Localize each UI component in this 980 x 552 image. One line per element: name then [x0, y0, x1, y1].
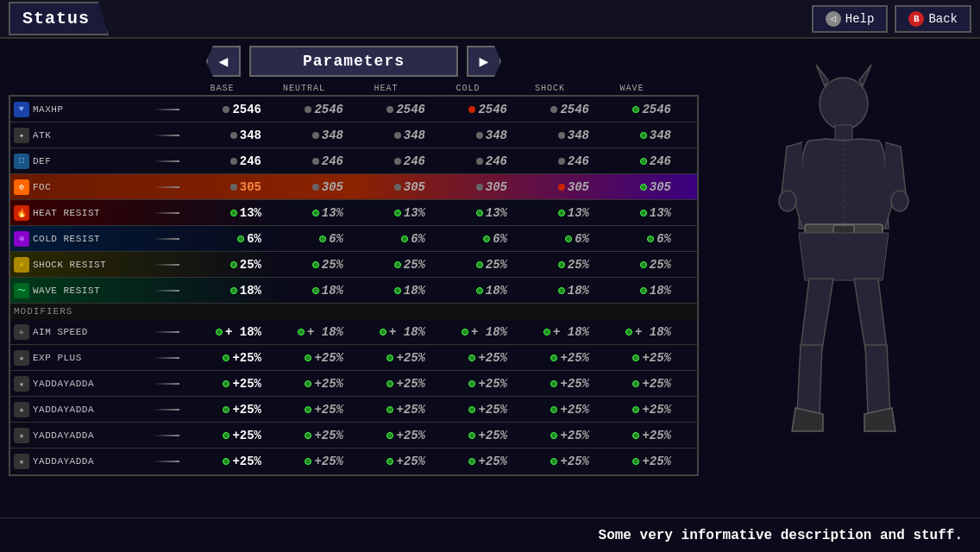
- table-row: ★YADDAYADDA+25%+25%+25%+25%+25%+25%: [10, 371, 697, 397]
- stat-value-cell: 25%: [347, 258, 429, 272]
- stat-value: +25%: [642, 455, 671, 468]
- value-dot: [386, 432, 393, 439]
- wave-resist-icon: 〜: [14, 283, 29, 298]
- stat-value: +25%: [314, 403, 343, 417]
- stat-divider: [154, 435, 179, 436]
- value-dot: [386, 458, 393, 465]
- stat-value-cell: 13%: [511, 206, 593, 220]
- stat-value-cell: 305: [593, 180, 675, 194]
- stat-divider: [154, 264, 179, 266]
- stat-value-cell: +25%: [347, 403, 429, 417]
- table-row: ⊕FOC305305305305305305: [10, 174, 697, 200]
- stat-divider: [154, 409, 179, 411]
- value-dot: [305, 106, 311, 113]
- stat-name-cell: ♥MAXHP: [10, 102, 183, 117]
- yadda4-label: YADDAYADDA: [33, 456, 94, 467]
- value-dot: [223, 406, 229, 413]
- stat-value-cell: 25%: [511, 258, 593, 272]
- heat-resist-label: HEAT RESIST: [33, 208, 100, 218]
- col-cold-header: COLD: [427, 84, 509, 93]
- stat-value: +25%: [478, 351, 507, 365]
- value-dot: [468, 406, 475, 413]
- stat-value: 6%: [247, 232, 261, 246]
- main-content: ◀ Parameters ▶ BASE NEUTRAL HEAT COLD SH…: [0, 39, 980, 552]
- col-name-header: [9, 84, 181, 93]
- stat-value: +25%: [560, 429, 589, 442]
- col-shock-header: SHOCK: [509, 84, 591, 93]
- stat-value-cell: 2546: [429, 103, 511, 116]
- character-area: [749, 47, 939, 461]
- column-headers: BASE NEUTRAL HEAT COLD SHOCK WAVE: [9, 84, 699, 93]
- stat-value-cell: 6%: [429, 232, 511, 246]
- stat-value-cell: 6%: [511, 232, 593, 246]
- value-dot: [550, 380, 557, 387]
- stat-value-cell: 18%: [429, 284, 511, 298]
- stat-value: 25%: [650, 258, 671, 272]
- value-dot: [550, 106, 557, 113]
- stat-value-cell: +25%: [511, 351, 593, 365]
- stat-value-cell: + 18%: [511, 325, 593, 339]
- table-row: ❄COLD RESIST6%6%6%6%6%6%: [10, 226, 697, 252]
- stat-value-cell: +25%: [265, 429, 347, 442]
- value-dot: [401, 235, 408, 242]
- value-dot: [230, 184, 237, 191]
- wave-resist-label: WAVE RESIST: [33, 285, 100, 296]
- stat-value: 18%: [240, 284, 261, 298]
- stat-value-cell: 348: [265, 129, 347, 142]
- value-dot: [468, 354, 475, 361]
- stat-value-cell: +25%: [429, 429, 511, 442]
- stat-value: 2546: [396, 103, 425, 116]
- stat-value: 18%: [650, 284, 671, 298]
- stat-value-cell: 13%: [265, 206, 347, 220]
- stat-value-cell: +25%: [265, 403, 347, 417]
- stat-value-cell: 246: [429, 154, 511, 168]
- next-arrow[interactable]: ▶: [467, 46, 501, 77]
- stat-value-cell: +25%: [183, 403, 265, 417]
- stat-value: 25%: [322, 258, 343, 272]
- stat-value: 305: [240, 180, 261, 194]
- stat-name-cell: ★YADDAYADDA: [10, 376, 183, 392]
- stat-value-cell: 6%: [183, 232, 265, 246]
- left-panel: ◀ Parameters ▶ BASE NEUTRAL HEAT COLD SH…: [0, 39, 707, 552]
- stat-name-cell: □DEF: [10, 154, 183, 169]
- stat-value-cell: 25%: [429, 258, 511, 272]
- stat-value-cell: 348: [183, 129, 265, 142]
- prev-arrow[interactable]: ◀: [206, 46, 241, 77]
- back-button[interactable]: B Back: [895, 5, 971, 33]
- stat-value-cell: 305: [511, 180, 593, 194]
- stat-value: 348: [568, 129, 589, 142]
- stat-divider: [154, 160, 179, 162]
- value-dot: [543, 329, 550, 336]
- stat-value: +25%: [478, 455, 507, 468]
- maxhp-label: MAXHP: [33, 104, 64, 115]
- stat-value: 348: [240, 129, 261, 142]
- stat-value-cell: 6%: [265, 232, 347, 246]
- stat-value: + 18%: [471, 325, 507, 339]
- stat-value: +25%: [232, 403, 261, 417]
- stat-value-cell: 2546: [183, 103, 265, 116]
- cold-resist-icon: ❄: [14, 231, 29, 247]
- value-dot: [394, 184, 401, 191]
- def-label: DEF: [33, 156, 51, 166]
- value-dot: [468, 458, 475, 465]
- value-dot: [230, 210, 237, 216]
- stat-value-cell: +25%: [593, 351, 675, 365]
- value-dot: [632, 380, 639, 387]
- stat-value: 6%: [411, 232, 425, 246]
- stat-value: 13%: [240, 206, 261, 220]
- stat-value: 18%: [322, 284, 343, 298]
- stat-divider: [154, 135, 179, 136]
- table-row: ★YADDAYADDA+25%+25%+25%+25%+25%+25%: [10, 448, 697, 474]
- stat-value-cell: 25%: [593, 258, 675, 272]
- stat-value: + 18%: [225, 325, 261, 339]
- stat-value: +25%: [560, 351, 589, 365]
- help-button[interactable]: ◁ Help: [812, 5, 889, 33]
- stat-value-cell: 2546: [593, 103, 675, 116]
- stat-divider: [154, 357, 179, 359]
- stat-name-cell: ✛AIM SPEED: [10, 324, 183, 340]
- stat-name-cell: ★YADDAYADDA: [10, 402, 183, 417]
- value-dot: [305, 432, 311, 439]
- stat-value: + 18%: [553, 325, 589, 339]
- def-icon: □: [14, 154, 29, 169]
- stat-value-cell: + 18%: [265, 325, 347, 339]
